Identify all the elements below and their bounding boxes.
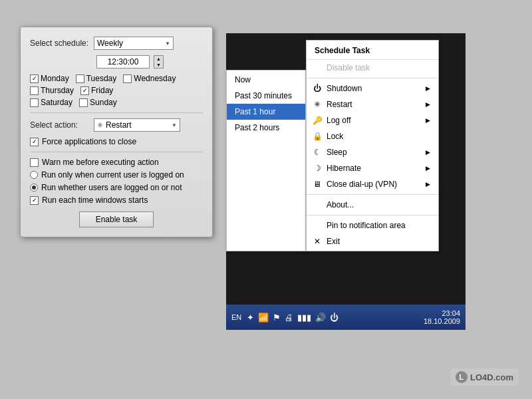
- flag-icon: ⚑: [273, 313, 281, 323]
- restart-icon: ✳: [97, 121, 103, 130]
- wednesday-label: Wednesday: [134, 74, 176, 83]
- hibernate-icon: ☽: [312, 164, 323, 173]
- friday-checkbox[interactable]: [80, 86, 89, 95]
- run-any-radio[interactable]: [30, 184, 38, 192]
- shutdown-arrow: ▶: [426, 85, 430, 92]
- day-monday[interactable]: Monday: [30, 74, 69, 83]
- force-close-label: Force applications to close: [42, 137, 136, 146]
- schedule-dropdown[interactable]: Weekly ▼: [94, 37, 174, 50]
- menu-title: Schedule Task: [307, 42, 438, 60]
- run-logged-on-option[interactable]: Run only when current user is logged on: [30, 170, 203, 180]
- time-spinner[interactable]: ▲ ▼: [154, 55, 164, 68]
- exit-icon: ✕: [312, 237, 323, 246]
- dialup-label: Close dial-up (VPN): [327, 180, 397, 189]
- run-logged-on-label: Run only when current user is logged on: [41, 170, 184, 180]
- menu-sep-1: [307, 78, 438, 78]
- time-down-button[interactable]: ▼: [154, 62, 163, 68]
- sleep-arrow: ▶: [426, 149, 430, 156]
- day-wednesday[interactable]: Wednesday: [123, 74, 176, 83]
- menu-item-lock[interactable]: 🔒 Lock: [307, 128, 438, 144]
- warn-option[interactable]: Warn me before executing action: [30, 158, 203, 167]
- disable-task-item: Disable task: [307, 60, 438, 76]
- right-panel: Now Past 30 minutes Past 1 hour Past 2 h…: [226, 33, 466, 330]
- logoff-arrow: ▶: [426, 117, 430, 124]
- menu-item-logoff[interactable]: 🔑 Log off ▶: [307, 112, 438, 128]
- lock-label: Lock: [327, 132, 343, 141]
- menu-item-shutdown[interactable]: ⏻ Shutdown ▶: [307, 80, 438, 96]
- warn-checkbox[interactable]: [30, 158, 39, 167]
- run-logged-on-radio[interactable]: [30, 171, 38, 179]
- menu-item-dialup[interactable]: 🖥 Close dial-up (VPN) ▶: [307, 176, 438, 192]
- disable-task-label: Disable task: [327, 63, 370, 72]
- schedule-dialog: Select schedule: Weekly ▼ 12:30:00 ▲ ▼ M…: [20, 27, 213, 237]
- watermark: L LO4D.com: [450, 368, 519, 386]
- submenu-item-2hours[interactable]: Past 2 hours: [227, 120, 305, 136]
- action-dropdown[interactable]: ✳ Restart ▼: [94, 118, 180, 132]
- monday-checkbox[interactable]: [30, 74, 39, 83]
- submenu-2hours-label: Past 2 hours: [235, 123, 279, 132]
- sunday-checkbox[interactable]: [79, 98, 88, 107]
- schedule-row: Select schedule: Weekly ▼: [30, 37, 203, 50]
- submenu: Now Past 30 minutes Past 1 hour Past 2 h…: [226, 70, 306, 251]
- submenu-now-label: Now: [235, 75, 251, 84]
- time-up-button[interactable]: ▲: [154, 56, 163, 62]
- watermark-logo: L: [456, 371, 467, 383]
- time-input[interactable]: 12:30:00: [96, 55, 150, 68]
- restart-left: ✳ Restart: [312, 100, 352, 109]
- lock-left: 🔒 Lock: [312, 132, 343, 141]
- friday-label: Friday: [91, 86, 113, 95]
- network-icon: 📶: [258, 313, 269, 323]
- run-windows-checkbox[interactable]: [30, 196, 39, 205]
- thursday-checkbox[interactable]: [30, 86, 39, 95]
- day-friday[interactable]: Friday: [80, 86, 113, 95]
- sleep-left: ☾ Sleep: [312, 148, 347, 157]
- shutdown-left: ⏻ Shutdown: [312, 84, 362, 93]
- menu-item-sleep[interactable]: ☾ Sleep ▶: [307, 144, 438, 160]
- run-windows-label: Run each time windows starts: [42, 196, 148, 205]
- menu-item-hibernate[interactable]: ☽ Hibernate ▶: [307, 160, 438, 176]
- sleep-icon: ☾: [312, 148, 323, 157]
- menu-sep-2: [307, 194, 438, 195]
- exit-label: Exit: [327, 237, 340, 246]
- run-any-option[interactable]: Run whether users are logged on or not: [30, 183, 203, 192]
- days-row-1: Monday Tuesday Wednesday: [30, 74, 203, 83]
- submenu-30min-label: Past 30 minutes: [235, 91, 292, 100]
- shutdown-label: Shutdown: [327, 84, 362, 93]
- monday-label: Monday: [41, 74, 69, 83]
- about-left: About...: [312, 200, 354, 209]
- sunday-label: Sunday: [90, 98, 117, 107]
- menu-item-restart[interactable]: ✳ Restart ▶: [307, 96, 438, 112]
- tuesday-checkbox[interactable]: [76, 74, 84, 83]
- about-label: About...: [327, 200, 354, 209]
- schedule-dropdown-arrow: ▼: [165, 41, 170, 47]
- disable-task-left: Disable task: [312, 63, 370, 72]
- power-icon: ⏻: [330, 313, 338, 323]
- menu-item-pin[interactable]: Pin to notification area: [307, 217, 438, 233]
- submenu-item-30min[interactable]: Past 30 minutes: [227, 88, 305, 104]
- pin-label: Pin to notification area: [327, 221, 406, 230]
- saturday-checkbox[interactable]: [30, 98, 39, 107]
- volume-icon: 🔊: [315, 313, 326, 323]
- day-sunday[interactable]: Sunday: [79, 98, 117, 107]
- dialup-icon: 🖥: [312, 180, 323, 189]
- day-saturday[interactable]: Saturday: [30, 98, 72, 107]
- run-windows-option[interactable]: Run each time windows starts: [30, 196, 203, 205]
- logoff-left: 🔑 Log off: [312, 116, 350, 125]
- signal-icon: ▮▮▮: [297, 313, 311, 323]
- force-close-option[interactable]: Force applications to close: [30, 137, 203, 146]
- action-row: Select action: ✳ Restart ▼: [30, 118, 203, 132]
- day-thursday[interactable]: Thursday: [30, 86, 74, 95]
- force-close-checkbox[interactable]: [30, 138, 39, 146]
- wednesday-checkbox[interactable]: [123, 74, 132, 83]
- taskbar-icons: ✦ 📶 ⚑ 🖨 ▮▮▮ 🔊 ⏻: [247, 313, 338, 323]
- submenu-item-now[interactable]: Now: [227, 72, 305, 88]
- menu-item-exit[interactable]: ✕ Exit: [307, 233, 438, 249]
- day-tuesday[interactable]: Tuesday: [76, 74, 117, 83]
- submenu-item-1hour[interactable]: Past 1 hour: [227, 104, 305, 120]
- menu-item-about[interactable]: About...: [307, 197, 438, 213]
- submenu-1hour-label: Past 1 hour: [235, 107, 275, 116]
- clock-time: 23:04: [424, 309, 460, 317]
- hibernate-arrow: ▶: [426, 165, 430, 172]
- enable-task-button[interactable]: Enable task: [79, 211, 154, 227]
- exit-left: ✕ Exit: [312, 237, 340, 246]
